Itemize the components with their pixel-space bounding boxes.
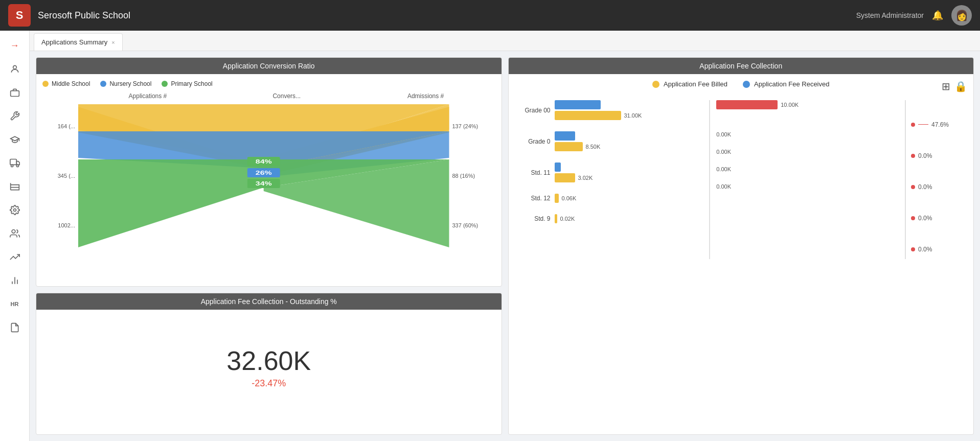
- funnel-svg: 84% 26% 34%: [78, 102, 449, 250]
- left-label-0: 164 (...: [42, 123, 75, 129]
- svg-rect-2: [10, 159, 16, 165]
- pct-dot-grade00: [911, 123, 915, 127]
- svg-point-0: [13, 65, 16, 69]
- svg-text:84%: 84%: [256, 158, 272, 165]
- bar-val-std12-billed: 0.06K: [562, 195, 577, 201]
- bar-track-grade0-right: 0.00K: [716, 131, 731, 137]
- sidebar-item-graduation[interactable]: [3, 129, 27, 150]
- legend-dot-received: [743, 81, 750, 88]
- bar-section-std9: 0.02K: [555, 214, 575, 223]
- bar-track-std11-yellow: 3.02K: [555, 173, 593, 182]
- bar-track-grade00-blue: [555, 100, 642, 109]
- svg-point-6: [12, 230, 15, 234]
- pct-dot-std12: [911, 216, 915, 220]
- bar-row-std12-left: Std. 12 0.06K: [515, 194, 710, 203]
- bar-val-grade0-billed: 8.50K: [586, 144, 601, 150]
- bar-val-grade0-right: 0.00K: [716, 131, 731, 137]
- pct-val-std11: 0.0%: [918, 183, 932, 191]
- sidebar: → HR: [0, 31, 30, 441]
- bar-val-std9-billed: 0.02K: [560, 216, 575, 222]
- fee-collection-body: ⊞ 🔒 Application Fee Billed Application F…: [509, 74, 974, 265]
- bar-val-std11-right: 0.00K: [716, 149, 731, 155]
- bar-grade00-right-red: [716, 100, 778, 109]
- pct-dot-std11: [911, 185, 915, 189]
- bar-track-grade00-right-empty: [716, 111, 799, 120]
- right-label-1: 88 (16%): [452, 173, 495, 179]
- conversion-ratio-panel: Application Conversion Ratio Middle Scho…: [36, 57, 502, 287]
- bar-grade00-received: [555, 100, 601, 109]
- svg-point-5: [13, 209, 16, 212]
- top-right-area: System Administrator 🔔 👩: [856, 5, 972, 26]
- bar-label-grade0: Grade 0: [515, 138, 551, 145]
- bar-label-grade00: Grade 00: [515, 107, 551, 114]
- fee-chart-grid: Grade 00 31.00K Gra: [515, 96, 968, 259]
- svg-rect-1: [10, 91, 19, 97]
- bell-icon[interactable]: 🔔: [932, 10, 943, 21]
- bar-label-std12: Std. 12: [515, 195, 551, 202]
- legend-label-middle: Middle School: [52, 80, 90, 87]
- col-header-applications: Applications #: [78, 92, 217, 100]
- pct-column: 47.6% 0.0% 0.0% 0.0%: [906, 100, 967, 259]
- outstanding-amount: 32.60K: [52, 325, 486, 376]
- bar-row-std12-right: 0.00K: [716, 166, 905, 172]
- legend-dot-billed: [652, 81, 659, 88]
- sidebar-item-doc[interactable]: [3, 317, 27, 338]
- bar-section-std9-right: 0.00K: [716, 183, 731, 190]
- fee-icons-top: ⊞ 🔒: [942, 80, 967, 92]
- bar-val-std12-right: 0.00K: [716, 166, 731, 172]
- sidebar-item-bed[interactable]: [3, 176, 27, 197]
- bar-std11-billed: [555, 173, 575, 182]
- fee-legend: Application Fee Billed Application Fee R…: [515, 80, 968, 88]
- bar-val-grade00-right: 10.00K: [781, 102, 799, 108]
- avatar[interactable]: 👩: [951, 5, 972, 26]
- svg-point-3: [11, 165, 13, 167]
- fee-bars-right: 10.00K 0.00K: [710, 100, 905, 259]
- outstanding-pct: -23.47%: [52, 378, 486, 389]
- tab-applications-summary[interactable]: Applications Summary ×: [34, 33, 123, 51]
- sidebar-item-settings[interactable]: [3, 199, 27, 221]
- sidebar-item-arrow[interactable]: →: [3, 35, 27, 56]
- bar-track-std9-right: 0.00K: [716, 183, 731, 190]
- fee-bars-left: Grade 00 31.00K Gra: [515, 100, 710, 259]
- pct-val-grade0: 0.0%: [918, 152, 932, 159]
- table-icon[interactable]: ⊞: [942, 80, 950, 92]
- sidebar-item-trend[interactable]: [3, 246, 27, 268]
- lock-icon[interactable]: 🔒: [954, 80, 967, 92]
- sidebar-item-barchart[interactable]: [3, 270, 27, 291]
- bar-row-grade00-right: 10.00K: [716, 100, 905, 120]
- bar-val-grade00-billed: 31.00K: [624, 112, 642, 119]
- pct-item-std11: 0.0%: [911, 177, 967, 197]
- pct-item-grade00: 47.6%: [911, 114, 967, 134]
- outstanding-header: Application Fee Collection - Outstanding…: [36, 293, 502, 310]
- pct-val-std12: 0.0%: [918, 215, 932, 222]
- conversion-ratio-header: Application Conversion Ratio: [36, 58, 502, 74]
- sidebar-item-tools[interactable]: [3, 105, 27, 127]
- fee-legend-billed: Application Fee Billed: [652, 80, 727, 88]
- conversion-ratio-body: Middle School Nursery School Primary Sch…: [36, 74, 502, 256]
- svg-text:26%: 26%: [256, 170, 272, 176]
- pct-item-grade0: 0.0%: [911, 146, 967, 166]
- sidebar-item-group[interactable]: [3, 223, 27, 244]
- sidebar-item-person[interactable]: [3, 58, 27, 80]
- svg-text:34%: 34%: [256, 180, 272, 187]
- svg-point-4: [16, 165, 18, 167]
- legend-label-primary: Primary School: [171, 80, 212, 87]
- tab-label: Applications Summary: [41, 38, 107, 46]
- bar-section-grade00: 31.00K: [555, 100, 642, 120]
- pct-dot-grade0: [911, 154, 915, 158]
- user-name: System Administrator: [856, 11, 924, 19]
- sidebar-item-briefcase[interactable]: [3, 82, 27, 103]
- bar-label-std9: Std. 9: [515, 215, 551, 222]
- bar-section-grade00-right: 10.00K: [716, 100, 799, 120]
- bar-label-std11: Std. 11: [515, 169, 551, 176]
- legend-nursery-school: Nursery School: [100, 80, 151, 87]
- bar-track-std9-yellow: 0.02K: [555, 214, 575, 223]
- pct-val-grade00: 47.6%: [931, 121, 949, 128]
- sidebar-item-hr[interactable]: HR: [3, 293, 27, 315]
- fee-legend-received: Application Fee Received: [743, 80, 829, 88]
- tab-close-button[interactable]: ×: [111, 39, 115, 45]
- bar-val-std9-right: 0.00K: [716, 183, 731, 190]
- sidebar-item-bus[interactable]: [3, 152, 27, 174]
- bar-track-grade00-right-red: 10.00K: [716, 100, 799, 109]
- bar-std9-billed: [555, 214, 557, 223]
